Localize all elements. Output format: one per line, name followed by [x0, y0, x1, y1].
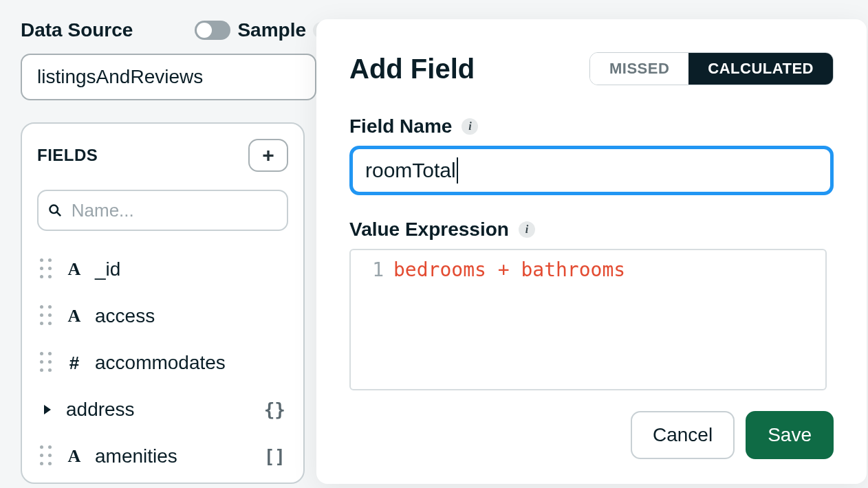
fields-panel: FIELDS + A _id A access # accommo	[21, 122, 305, 484]
chevron-right-icon[interactable]	[44, 405, 51, 414]
type-number-icon: #	[65, 353, 84, 374]
sample-label: Sample	[237, 19, 306, 41]
field-row[interactable]: # accommodates	[37, 340, 288, 386]
field-name-label: _id	[95, 258, 120, 280]
sample-toggle[interactable]	[195, 21, 230, 40]
field-name-label: address	[66, 399, 135, 421]
info-icon[interactable]: i	[462, 118, 478, 135]
field-name-label: accommodates	[95, 352, 226, 374]
save-button[interactable]: Save	[746, 411, 834, 459]
field-name-label: Field Name	[349, 115, 452, 137]
field-row[interactable]: A _id	[37, 246, 288, 293]
tab-missed[interactable]: MISSED	[590, 53, 688, 85]
fields-search[interactable]	[37, 190, 288, 231]
data-source-value: listingsAndReviews	[37, 66, 203, 88]
data-source-select[interactable]: listingsAndReviews	[21, 54, 316, 100]
type-object-icon: {}	[264, 399, 285, 420]
field-row[interactable]: address {}	[37, 386, 288, 433]
search-icon	[48, 203, 62, 218]
tab-calculated[interactable]: CALCULATED	[688, 53, 833, 85]
cancel-button[interactable]: Cancel	[631, 411, 735, 459]
type-string-icon: A	[65, 306, 84, 326]
line-number: 1	[351, 250, 393, 389]
add-field-modal: Add Field MISSED CALCULATED Field Name i…	[316, 19, 867, 484]
drag-handle-icon[interactable]	[40, 445, 54, 467]
svg-line-1	[56, 212, 61, 216]
field-name-value: roomTotal	[365, 159, 456, 182]
type-string-icon: A	[65, 446, 84, 467]
toggle-knob	[197, 23, 212, 38]
value-expression-label: Value Expression	[349, 219, 509, 241]
text-caret	[457, 157, 458, 184]
value-expression-editor[interactable]: 1 bedrooms + bathrooms	[349, 249, 827, 390]
type-string-icon: A	[65, 259, 84, 280]
plus-icon: +	[262, 144, 274, 167]
field-name-label: access	[95, 305, 155, 327]
svg-point-0	[50, 206, 58, 214]
fields-search-input[interactable]	[72, 200, 277, 221]
drag-handle-icon[interactable]	[40, 352, 54, 374]
add-field-button[interactable]: +	[248, 139, 288, 172]
drag-handle-icon[interactable]	[40, 258, 54, 280]
field-row[interactable]: A amenities []	[37, 433, 288, 480]
drag-handle-icon[interactable]	[40, 305, 54, 327]
field-name-label: amenities	[95, 445, 177, 467]
field-name-input[interactable]: roomTotal	[349, 146, 834, 195]
field-row[interactable]: A access	[37, 293, 288, 340]
fields-title: FIELDS	[37, 146, 98, 165]
expression-content: bedrooms + bathrooms	[393, 250, 625, 389]
modal-title: Add Field	[349, 54, 475, 85]
info-icon[interactable]: i	[519, 221, 535, 238]
field-type-segmented: MISSED CALCULATED	[589, 52, 834, 85]
type-array-icon: []	[264, 446, 285, 467]
data-source-label: Data Source	[21, 19, 133, 41]
